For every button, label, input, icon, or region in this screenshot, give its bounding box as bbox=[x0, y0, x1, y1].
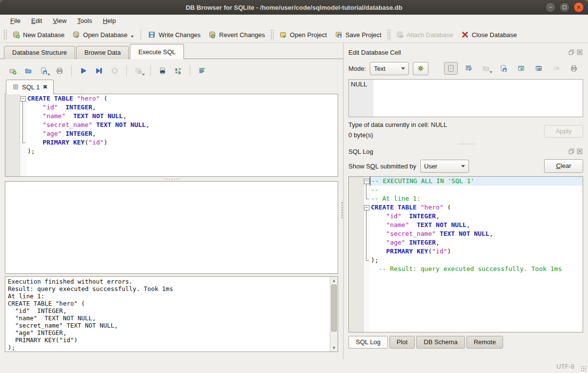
app-window: DB Browser for SQLite - /home/user/code/… bbox=[0, 0, 588, 373]
editor-results-splitter[interactable] bbox=[5, 177, 338, 181]
export-data-button[interactable] bbox=[497, 62, 510, 75]
find-button[interactable] bbox=[156, 64, 169, 77]
fold-marker-icon[interactable] bbox=[20, 94, 26, 103]
find-replace-button[interactable]: ab bbox=[171, 64, 185, 77]
print-icon bbox=[56, 67, 63, 75]
text-mode-button[interactable] bbox=[444, 62, 458, 75]
fold-margin bbox=[364, 194, 370, 203]
fold-marker-icon[interactable] bbox=[364, 203, 370, 212]
close-database-button[interactable]: Close Database bbox=[457, 29, 521, 41]
execution-log[interactable]: Execution finished without errors.Result… bbox=[5, 276, 338, 352]
dock-close-icon[interactable] bbox=[576, 148, 583, 155]
encoding-indicator[interactable]: UTF-8 bbox=[556, 363, 574, 370]
code-line: 3 "name" TEXT NOT NULL, bbox=[5, 112, 338, 121]
code-text: -- Result: query executed successfully. … bbox=[370, 265, 583, 273]
menu-edit[interactable]: Edit bbox=[27, 16, 46, 26]
dock-close-icon[interactable] bbox=[576, 49, 583, 56]
scroll-down-icon[interactable]: ▼ bbox=[330, 344, 338, 352]
splitter-dots bbox=[163, 178, 180, 180]
toolbar-separator bbox=[126, 65, 127, 76]
toolbar-handle bbox=[270, 29, 274, 40]
submitter-select[interactable]: User bbox=[420, 160, 469, 173]
menu-help[interactable]: Help bbox=[99, 16, 121, 26]
dropdown-arrow-icon[interactable] bbox=[131, 36, 134, 38]
toolbar-handle bbox=[3, 29, 7, 40]
fold-margin bbox=[364, 273, 370, 282]
window-title: DB Browser for SQLite - /home/user/code/… bbox=[0, 4, 588, 11]
sql-doc-tab[interactable]: SQL 1 ✖ bbox=[6, 80, 54, 94]
tab-browse-data[interactable]: Browse Data bbox=[76, 46, 129, 59]
new-sql-tab-button[interactable] bbox=[6, 64, 20, 77]
execute-all-button[interactable] bbox=[77, 64, 90, 77]
dock-tab-db-schema[interactable]: DB Schema bbox=[416, 336, 465, 349]
mode-select[interactable]: Text bbox=[370, 62, 409, 75]
open-in-app-button[interactable] bbox=[514, 62, 528, 75]
chevron-down-icon bbox=[461, 165, 465, 167]
save-project-icon bbox=[335, 31, 343, 39]
save-results-button bbox=[132, 64, 145, 77]
word-wrap-icon bbox=[465, 64, 472, 72]
tab-execute-sql[interactable]: Execute SQL bbox=[130, 44, 184, 59]
results-grid[interactable] bbox=[5, 181, 338, 274]
minimize-button[interactable]: − bbox=[545, 2, 556, 13]
cell-value-editor[interactable]: NULL bbox=[348, 79, 583, 117]
menu-view[interactable]: View bbox=[48, 16, 71, 26]
titlebar[interactable]: DB Browser for SQLite - /home/user/code/… bbox=[0, 0, 588, 15]
open-database-button[interactable]: Open Database bbox=[68, 29, 138, 41]
execute-line-button[interactable] bbox=[92, 64, 106, 77]
dock-tab-plot[interactable]: Plot bbox=[389, 336, 415, 349]
open-project-button[interactable]: Open Project bbox=[275, 29, 331, 41]
print-button[interactable] bbox=[53, 64, 66, 77]
fold-marker-icon[interactable] bbox=[364, 177, 370, 186]
write-changes-button[interactable]: Write Changes bbox=[144, 29, 204, 41]
word-wrap-button[interactable] bbox=[462, 62, 475, 75]
code-text: -- At line 1: bbox=[370, 194, 583, 203]
find-replace-icon: ab bbox=[174, 67, 182, 75]
dock-splitter[interactable] bbox=[348, 142, 583, 146]
clear-button[interactable]: Clear bbox=[544, 159, 583, 173]
dock-tab-sql-log[interactable]: SQL Log bbox=[348, 336, 388, 349]
code-text: "name" TEXT NOT NULL, bbox=[370, 221, 583, 229]
code-text: "secret_name" TEXT NOT NULL, bbox=[370, 229, 583, 238]
dock-float-icon[interactable] bbox=[568, 49, 575, 56]
code-line: 5 "id" INTEGER, bbox=[349, 212, 583, 221]
stop-icon bbox=[111, 67, 119, 75]
resize-grip[interactable] bbox=[581, 366, 587, 372]
svg-text:a: a bbox=[175, 67, 178, 72]
save-project-button[interactable]: Save Project bbox=[331, 29, 385, 41]
format-sql-button[interactable] bbox=[195, 64, 209, 77]
code-text: -- bbox=[370, 186, 583, 194]
menu-file[interactable]: File bbox=[6, 16, 25, 26]
toolbar-button-label: New Database bbox=[23, 31, 64, 39]
copy-link-button[interactable] bbox=[532, 62, 546, 75]
sql-log-view[interactable]: 1-- EXECUTING ALL IN 'SQL 1'2--3-- At li… bbox=[348, 176, 583, 332]
code-line: 4 "secret_name" TEXT NOT NULL, bbox=[5, 121, 338, 129]
revert-changes-icon bbox=[208, 31, 216, 39]
tab-database-structure[interactable]: Database Structure bbox=[4, 46, 75, 59]
toolbar-handle bbox=[387, 29, 390, 40]
open-sql-file-button[interactable] bbox=[21, 64, 35, 77]
sql-editor[interactable]: 1CREATE TABLE "hero" (2 "id" INTEGER,3 "… bbox=[5, 94, 338, 177]
tab-close-icon[interactable]: ✖ bbox=[42, 83, 47, 90]
scroll-thumb[interactable] bbox=[331, 285, 337, 332]
menu-tools[interactable]: Tools bbox=[73, 16, 96, 26]
apply-button[interactable]: Apply bbox=[544, 125, 583, 138]
maximize-button[interactable] bbox=[559, 2, 570, 13]
save-sql-file-button[interactable] bbox=[37, 64, 51, 77]
import-data-icon bbox=[482, 64, 490, 72]
dock-tab-remote[interactable]: Remote bbox=[466, 336, 504, 349]
export-data-icon bbox=[500, 64, 507, 72]
open-in-app-icon bbox=[517, 64, 525, 72]
scrollbar[interactable]: ▲ ▼ bbox=[330, 277, 338, 352]
scroll-up-icon[interactable]: ▲ bbox=[330, 277, 338, 284]
dock-float-icon[interactable] bbox=[568, 148, 575, 155]
close-button[interactable]: ✕ bbox=[573, 2, 584, 13]
auto-switch-mode-button[interactable] bbox=[413, 62, 428, 75]
print-cell-button[interactable] bbox=[567, 62, 581, 75]
code-text: PRIMARY KEY("id") bbox=[26, 138, 338, 147]
revert-changes-button[interactable]: Revert Changes bbox=[204, 29, 269, 41]
new-database-button[interactable]: New Database bbox=[8, 29, 68, 41]
pane-splitter[interactable] bbox=[341, 202, 343, 218]
submitter-value: User bbox=[424, 163, 437, 170]
cell-type-info: Type of data currently in cell: NULL bbox=[348, 121, 544, 128]
